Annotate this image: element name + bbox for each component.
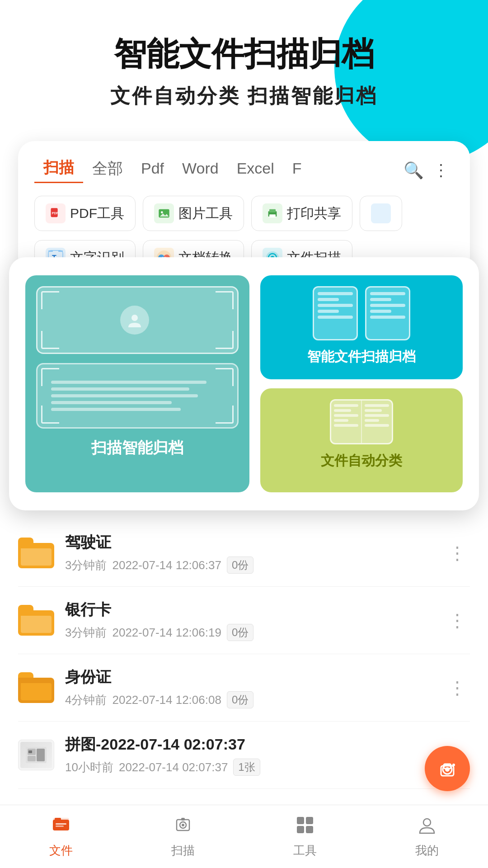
corner-tl [41, 291, 59, 309]
file-item[interactable]: 银行卡 3分钟前 2022-07-14 12:06:19 0份 ⋮ [18, 587, 470, 654]
feature-scan-left[interactable]: 扫描智能归档 [25, 275, 249, 492]
pdf-tool-button[interactable]: PDF PDF工具 [34, 196, 136, 231]
pdf-icon: PDF [46, 203, 66, 223]
feature-category-bottom[interactable]: 文件自动分类 [260, 388, 463, 492]
feature-right: 智能文件扫描归档 文件自动分类 [260, 275, 463, 492]
category-feature-label: 文件自动分类 [321, 452, 402, 470]
files-nav-icon [51, 815, 71, 840]
sub-title: 文件自动分类 扫描智能归档 [27, 83, 461, 109]
file-list: 驾驶证 3分钟前 2022-07-14 12:06:37 0份 ⋮ 银行卡 3分… [0, 519, 488, 789]
doc-icon-right [365, 286, 410, 340]
file-meta: 4分钟前 2022-07-14 12:06:08 0份 [65, 691, 434, 708]
svg-rect-33 [55, 818, 61, 821]
corner-br [216, 331, 234, 349]
book-icon [330, 399, 393, 444]
file-count-badge: 0份 [227, 557, 253, 574]
file-info-shenfenzheng: 身份证 4分钟前 2022-07-14 12:06:08 0份 [65, 667, 434, 708]
bottom-nav: 文件 扫描 工具 [0, 805, 488, 868]
nav-label-scan: 扫描 [171, 843, 195, 859]
smart-feature-label: 智能文件扫描归档 [307, 348, 416, 366]
header: 智能文件扫描归档 文件自动分类 扫描智能归档 [0, 0, 488, 127]
svg-point-3 [161, 212, 163, 214]
folder-icon-shenfenzheng [18, 672, 54, 703]
file-count-badge: 0份 [227, 624, 253, 641]
more-icon[interactable]: ⋮ [428, 161, 454, 180]
scan-nav-icon [173, 815, 193, 840]
file-item[interactable]: 驾驶证 3分钟前 2022-07-14 12:06:37 0份 ⋮ [18, 519, 470, 587]
file-item[interactable]: 身份证 4分钟前 2022-07-14 12:06:08 0份 ⋮ [18, 654, 470, 722]
file-name: 银行卡 [65, 599, 434, 620]
file-time-ago: 10小时前 [65, 760, 113, 775]
file-name: 身份证 [65, 667, 434, 688]
file-name: 驾驶证 [65, 532, 434, 553]
tabs-row: 扫描 全部 Pdf Word Excel F 🔍 ⋮ [34, 157, 454, 183]
file-date: 2022-07-14 02:07:37 [119, 760, 228, 774]
file-info-pintu: 拼图-2022-07-14 02:07:37 10小时前 2022-07-14 … [65, 734, 434, 776]
image-tool-button[interactable]: 图片工具 [143, 196, 244, 231]
book-page-left [331, 401, 362, 443]
svg-rect-39 [181, 818, 185, 821]
svg-text:PDF: PDF [52, 212, 59, 215]
svg-rect-34 [56, 823, 66, 825]
print-tool-button[interactable]: 打印共享 [251, 196, 352, 231]
file-date: 2022-07-14 12:06:19 [112, 626, 221, 640]
file-date: 2022-07-14 12:06:08 [112, 693, 221, 707]
file-count-badge: 0份 [227, 691, 253, 708]
svg-rect-25 [28, 750, 32, 753]
extra-tool-button[interactable] [360, 196, 402, 231]
print-icon [263, 203, 282, 223]
nav-label-profile: 我的 [415, 843, 439, 859]
folder-icon-yinhangka [18, 605, 54, 636]
corner-tr [216, 291, 234, 309]
nav-label-tools: 工具 [293, 843, 317, 859]
tab-f[interactable]: F [283, 160, 311, 181]
svg-rect-6 [269, 215, 276, 218]
svg-point-44 [423, 819, 431, 826]
folder-icon-jiashizheng [18, 538, 54, 568]
file-time-ago: 4分钟前 [65, 692, 107, 708]
doc-icon-left [313, 286, 358, 340]
file-item[interactable]: 拼图-2022-07-14 02:07:37 10小时前 2022-07-14 … [18, 722, 470, 789]
tab-all[interactable]: 全部 [83, 158, 132, 183]
tools-row-1: PDF PDF工具 图片工具 打 [34, 196, 454, 231]
file-more-button[interactable]: ⋮ [445, 606, 470, 634]
file-more-button[interactable]: ⋮ [445, 674, 470, 702]
file-thumbnail-pintu [18, 740, 54, 770]
file-time-ago: 3分钟前 [65, 557, 107, 573]
tools-nav-icon [295, 815, 315, 840]
nav-item-files[interactable]: 文件 [0, 805, 122, 868]
feature-popup: 扫描智能归档 智能文件扫描归 [9, 257, 479, 510]
tab-pdf[interactable]: Pdf [132, 160, 173, 181]
main-title: 智能文件扫描归档 [27, 36, 461, 72]
tab-excel[interactable]: Excel [228, 160, 283, 181]
tab-scan[interactable]: 扫描 [34, 157, 83, 183]
nav-item-tools[interactable]: 工具 [244, 805, 366, 868]
file-info-jiashizheng: 驾驶证 3分钟前 2022-07-14 12:06:37 0份 [65, 532, 434, 574]
search-icon[interactable]: 🔍 [399, 161, 428, 180]
svg-rect-10 [58, 250, 63, 252]
svg-point-20 [131, 315, 138, 321]
print-tool-label: 打印共享 [287, 204, 341, 223]
file-date: 2022-07-14 12:06:37 [112, 558, 221, 572]
scan-doc-preview [36, 363, 239, 429]
image-icon [154, 203, 174, 223]
fab-camera-button[interactable] [425, 746, 470, 791]
nav-item-profile[interactable]: 我的 [366, 805, 488, 868]
nav-label-files: 文件 [49, 843, 73, 859]
file-time-ago: 3分钟前 [65, 625, 107, 641]
nav-item-scan[interactable]: 扫描 [122, 805, 244, 868]
feature-smart-top[interactable]: 智能文件扫描归档 [260, 275, 463, 379]
book-page-right [362, 401, 392, 443]
doc-pair [313, 286, 410, 340]
file-more-button[interactable]: ⋮ [445, 539, 470, 567]
file-meta: 3分钟前 2022-07-14 12:06:19 0份 [65, 624, 434, 641]
svg-rect-41 [306, 817, 313, 824]
tab-word[interactable]: Word [173, 160, 228, 181]
svg-rect-24 [37, 749, 45, 761]
pdf-tool-label: PDF工具 [70, 204, 124, 223]
file-meta: 10小时前 2022-07-14 02:07:37 1张 [65, 759, 434, 776]
svg-rect-9 [48, 250, 53, 252]
svg-rect-5 [269, 209, 276, 212]
person-avatar [120, 306, 149, 335]
svg-rect-42 [297, 826, 304, 833]
